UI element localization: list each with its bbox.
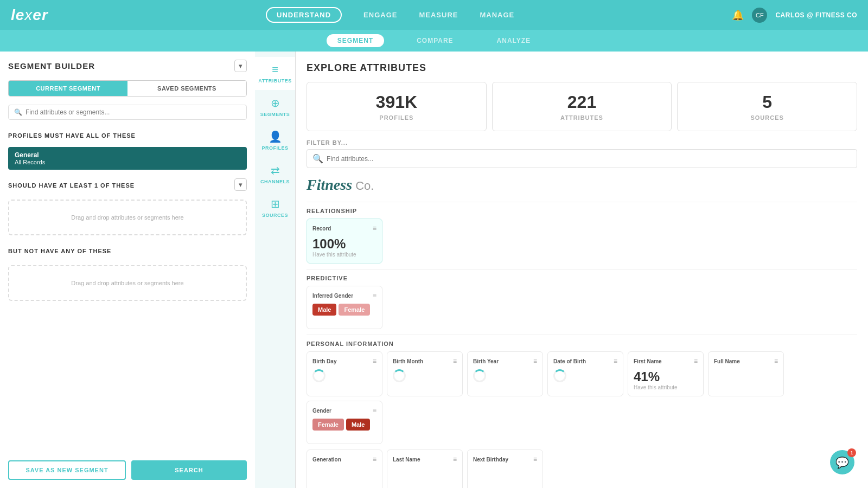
attribute-search-input[interactable]: [25, 108, 241, 116]
all-records-tag[interactable]: General All Records: [8, 147, 247, 170]
segment-builder-header: SEGMENT BUILDER ▾: [8, 60, 247, 72]
inferred-gender-pills: Male Female: [312, 304, 376, 316]
stats-row: 391K PROFILES 221 ATTRIBUTES 5 SOURCES: [307, 82, 857, 131]
divider: [307, 202, 857, 202]
profiles-icon: 👤: [269, 130, 282, 143]
personal-info-section-title: PERSONAL INFORMATION: [307, 341, 857, 347]
birth-month-spinner: [393, 369, 406, 382]
profiles-label: PROFILES: [261, 145, 288, 151]
attributes-label: ATTRIBUTES: [258, 78, 291, 84]
female-pill2[interactable]: Female: [312, 419, 344, 431]
tag-line2: All Records: [15, 159, 240, 165]
sidebar-item-profiles[interactable]: 👤 PROFILES: [255, 124, 295, 157]
profiles-stat-card: 391K PROFILES: [307, 82, 487, 131]
nav-manage[interactable]: MANAGE: [480, 11, 514, 19]
main-content: EXPLORE ATTRIBUTES 391K PROFILES 221 ATT…: [296, 52, 868, 488]
birth-day-title: Birth Day: [312, 358, 336, 364]
should-have-label: SHOULD HAVE AT LEAST 1 OF THESE: [8, 182, 135, 189]
search-icon: 🔍: [14, 108, 22, 116]
should-have-drop-zone[interactable]: Drag and drop attributes or segments her…: [8, 200, 247, 235]
generation-menu-icon[interactable]: ≡: [373, 455, 376, 463]
last-name-menu-icon[interactable]: ≡: [453, 455, 457, 463]
filter-search-icon: 🔍: [312, 153, 323, 164]
inferred-gender-title: Inferred Gender: [312, 293, 353, 299]
predictive-section-title: PREDICTIVE: [307, 275, 857, 281]
full-name-card: Full Name ≡: [708, 351, 784, 396]
not-have-drop-zone[interactable]: Drag and drop attributes or segments her…: [8, 265, 247, 301]
app-logo: lexer: [11, 7, 48, 24]
generation-title: Generation: [312, 457, 341, 463]
tab-compare[interactable]: COMPARE: [406, 34, 464, 47]
birth-month-header: Birth Month ≡: [393, 357, 457, 365]
birth-day-spinner: [312, 369, 326, 382]
chat-bubble[interactable]: 💬 1: [830, 450, 854, 474]
tab-analyze[interactable]: ANALYZE: [486, 34, 542, 47]
nav-engage[interactable]: ENGAGE: [363, 11, 397, 19]
predictive-grid: Inferred Gender ≡ Male Female: [307, 286, 857, 329]
nav-measure[interactable]: MEASURE: [419, 11, 458, 19]
male-pill[interactable]: Male: [312, 304, 336, 316]
attribute-search-box: 🔍: [8, 105, 247, 120]
inferred-gender-menu-icon[interactable]: ≡: [373, 292, 376, 299]
gender-header: Gender ≡: [312, 407, 376, 414]
birth-year-header: Birth Year ≡: [473, 357, 537, 365]
next-birthday-title: Next Birthday: [473, 457, 508, 463]
record-sub: Have this attribute: [312, 252, 376, 258]
gender-menu-icon[interactable]: ≡: [373, 407, 376, 414]
inferred-gender-header: Inferred Gender ≡: [312, 292, 376, 299]
sources-stat-card: 5 SOURCES: [677, 82, 857, 131]
birth-month-title: Birth Month: [393, 358, 423, 364]
first-name-menu-icon[interactable]: ≡: [694, 357, 698, 365]
search-button[interactable]: SEARCH: [131, 460, 247, 480]
full-name-menu-icon[interactable]: ≡: [774, 357, 778, 365]
tab-current-segment[interactable]: CURRENT SEGMENT: [9, 81, 127, 96]
last-name-title: Last Name: [393, 457, 420, 463]
first-name-title: First Name: [634, 358, 662, 364]
should-have-section-header: SHOULD HAVE AT LEAST 1 OF THESE ▾: [8, 178, 247, 191]
save-segment-button[interactable]: SAVE AS NEW SEGMENT: [8, 460, 126, 480]
relationship-grid: Record ≡ 100% Have this attribute: [307, 219, 857, 264]
tab-saved-segments[interactable]: SAVED SEGMENTS: [127, 81, 246, 96]
main-layout: SEGMENT BUILDER ▾ CURRENT SEGMENT SAVED …: [0, 52, 868, 488]
filter-by-label: FILTER BY...: [307, 139, 857, 146]
birth-year-title: Birth Year: [473, 358, 499, 364]
birth-month-menu-icon[interactable]: ≡: [453, 357, 457, 365]
user-info: CARLOS @ FITNESS CO: [775, 11, 857, 19]
nav-right: 🔔 CF CARLOS @ FITNESS CO: [732, 8, 857, 23]
gender-card: Gender ≡ Female Male: [307, 401, 382, 444]
date-of-birth-menu-icon[interactable]: ≡: [614, 357, 617, 365]
filter-search-input[interactable]: [327, 155, 851, 163]
sidebar-item-sources[interactable]: ⊞ SOURCES: [255, 191, 295, 224]
birth-day-menu-icon[interactable]: ≡: [373, 357, 376, 365]
tab-segment[interactable]: SEGMENT: [327, 34, 384, 47]
record-card-header: Record ≡: [312, 224, 376, 232]
first-name-sub: Have this attribute: [634, 384, 698, 390]
inferred-gender-card: Inferred Gender ≡ Male Female: [307, 286, 382, 329]
nav-understand[interactable]: UNDERSTAND: [266, 7, 342, 23]
birth-year-menu-icon[interactable]: ≡: [533, 357, 537, 365]
personal-info-grid2: Generation ≡ Last Name ≡ Next Birthday ≡: [307, 450, 857, 488]
explore-attributes-title: EXPLORE ATTRIBUTES: [307, 62, 857, 74]
profiles-label: PROFILES: [317, 114, 476, 121]
female-pill[interactable]: Female: [339, 304, 370, 316]
generation-card: Generation ≡: [307, 450, 382, 488]
sidebar-item-attributes[interactable]: ≡ ATTRIBUTES: [255, 57, 295, 90]
notification-bell-icon[interactable]: 🔔: [732, 9, 744, 21]
next-birthday-menu-icon[interactable]: ≡: [533, 455, 537, 463]
should-have-collapse-btn[interactable]: ▾: [234, 178, 247, 191]
last-name-header: Last Name ≡: [393, 455, 457, 463]
next-birthday-card: Next Birthday ≡: [467, 450, 543, 488]
sidebar-item-channels[interactable]: ⇄ CHANNELS: [255, 157, 295, 191]
record-card-title: Record: [312, 226, 331, 232]
collapse-button[interactable]: ▾: [234, 60, 247, 72]
attributes-label: ATTRIBUTES: [502, 114, 662, 121]
male-pill2[interactable]: Male: [346, 419, 370, 431]
sidebar-item-segments[interactable]: ⊕ SEGMENTS: [255, 90, 295, 124]
icon-nav-sidebar: ≡ ATTRIBUTES ⊕ SEGMENTS 👤 PROFILES ⇄ CHA…: [255, 52, 296, 488]
brand-co-text: Co.: [352, 179, 374, 192]
brand-name: Fitness Co.: [307, 176, 857, 194]
record-percent: 100%: [312, 236, 376, 252]
record-card-menu-icon[interactable]: ≡: [373, 224, 376, 232]
date-of-birth-title: Date of Birth: [553, 358, 586, 364]
birth-day-header: Birth Day ≡: [312, 357, 376, 365]
